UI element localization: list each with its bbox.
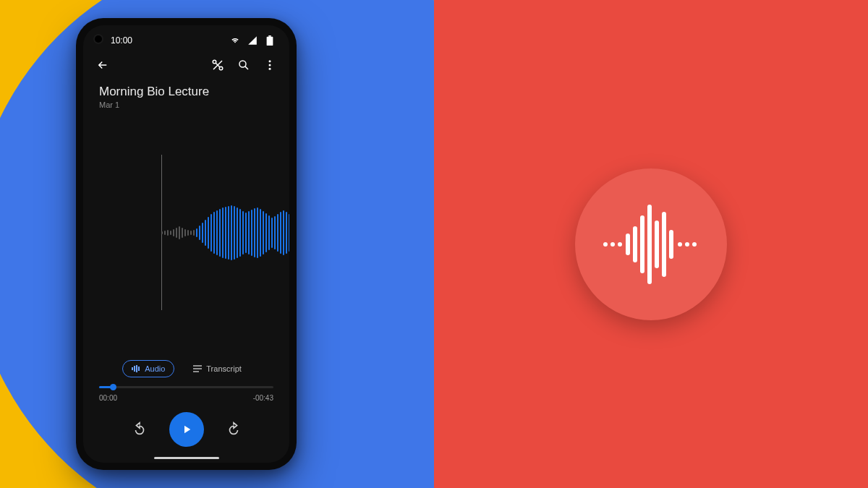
svg-point-10: [678, 242, 682, 247]
waveform-area[interactable]: [83, 111, 289, 354]
nav-gesture-pill[interactable]: [154, 457, 219, 459]
svg-point-18: [269, 60, 271, 62]
svg-point-0: [603, 242, 608, 247]
phone-screen: 10:00: [83, 25, 289, 463]
svg-rect-6: [647, 205, 652, 284]
svg-rect-23: [136, 365, 137, 372]
status-time: 10:00: [111, 35, 132, 46]
wifi-icon: [229, 34, 242, 47]
svg-rect-21: [132, 367, 133, 370]
battery-icon: [263, 34, 276, 47]
svg-point-20: [269, 68, 271, 70]
recorder-app-icon: [575, 168, 727, 320]
rewind-button[interactable]: [132, 421, 148, 437]
app-bar: [83, 51, 289, 79]
play-icon: [180, 423, 193, 436]
forward-button[interactable]: [226, 421, 242, 437]
svg-rect-3: [626, 234, 630, 255]
seek-bar[interactable]: [83, 382, 289, 390]
waveform: [161, 205, 289, 260]
crop-icon[interactable]: [211, 59, 224, 72]
tab-transcript[interactable]: Transcript: [184, 360, 250, 377]
tab-audio[interactable]: Audio: [122, 360, 174, 377]
svg-rect-5: [640, 215, 644, 273]
signal-icon: [246, 34, 259, 47]
tab-audio-label: Audio: [145, 364, 165, 373]
svg-rect-7: [655, 221, 659, 268]
search-icon[interactable]: [237, 59, 250, 72]
svg-rect-14: [268, 35, 271, 37]
svg-point-12: [692, 242, 697, 247]
seek-thumb[interactable]: [110, 384, 116, 390]
more-icon[interactable]: [263, 59, 276, 72]
svg-rect-8: [662, 212, 666, 277]
tab-transcript-label: Transcript: [206, 364, 242, 373]
recording-title: Morning Bio Lecture: [99, 85, 273, 99]
time-elapsed: 00:00: [99, 394, 117, 402]
recording-header: Morning Bio Lecture Mar 1: [83, 79, 289, 111]
camera-hole: [95, 35, 102, 43]
playback-controls: [83, 402, 289, 463]
svg-rect-24: [138, 367, 140, 371]
svg-point-2: [618, 242, 622, 247]
svg-point-1: [610, 242, 615, 247]
recording-date: Mar 1: [99, 100, 273, 109]
svg-rect-22: [134, 366, 135, 372]
svg-point-11: [685, 242, 689, 247]
svg-point-19: [269, 64, 271, 67]
phone-frame: 10:00: [76, 18, 297, 470]
svg-rect-9: [669, 230, 673, 259]
background-right: [434, 0, 868, 488]
svg-point-17: [239, 61, 246, 67]
time-remaining: -00:43: [253, 394, 273, 402]
view-tabs: Audio Transcript: [83, 354, 289, 382]
svg-rect-13: [267, 37, 273, 46]
transcript-lines-icon: [193, 365, 202, 372]
svg-rect-4: [633, 226, 637, 262]
audio-bars-icon: [132, 365, 140, 372]
play-button[interactable]: [169, 412, 204, 447]
back-button[interactable]: [96, 59, 109, 72]
status-bar: 10:00: [83, 25, 289, 51]
time-row: 00:00 -00:43: [83, 390, 289, 402]
waveform-icon: [597, 190, 705, 299]
